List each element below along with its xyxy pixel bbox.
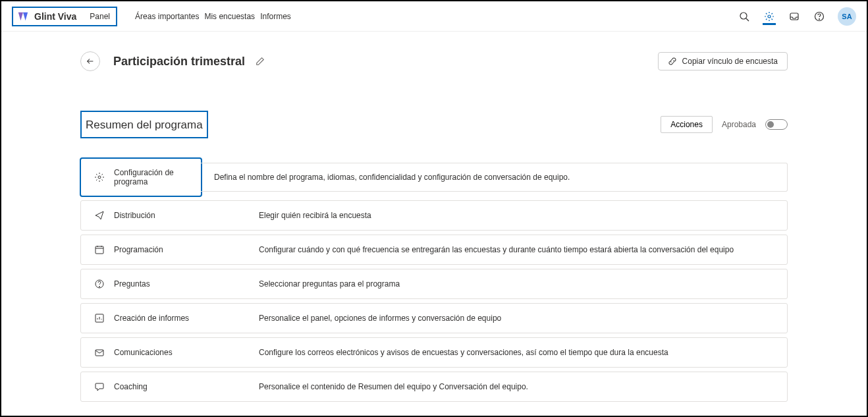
- mail-icon: [94, 347, 105, 358]
- content: Participación trimestral Copiar vínculo …: [1, 32, 867, 415]
- brand-text: Glint Viva: [34, 11, 76, 22]
- card-questions[interactable]: Preguntas Seleccionar preguntas para el …: [80, 269, 788, 299]
- card-label: Programación: [114, 245, 259, 254]
- summary-header: Resumen del programa Acciones Aprobada: [80, 111, 788, 138]
- card-communications[interactable]: Comunicaciones Configure los correos ele…: [80, 337, 788, 368]
- gear-icon: [94, 172, 105, 182]
- svg-point-8: [98, 176, 101, 179]
- edit-icon[interactable]: [256, 57, 265, 66]
- svg-line-3: [746, 18, 749, 21]
- nav-panel[interactable]: Panel: [90, 12, 110, 21]
- inbox-icon[interactable]: [788, 10, 801, 23]
- link-icon: [668, 57, 677, 66]
- card-distribution[interactable]: Distribución Elegir quién recibirá la en…: [80, 200, 788, 231]
- summary-actions: Acciones Aprobada: [661, 116, 788, 133]
- card-config-highlight[interactable]: Configuración de programa: [80, 158, 202, 196]
- card-coaching[interactable]: Coaching Personalice el contenido de Res…: [80, 372, 788, 402]
- card-config-desc[interactable]: Defina el nombre del programa, idiomas, …: [201, 163, 788, 192]
- card-label: Comunicaciones: [114, 348, 259, 357]
- card-label: Coaching: [114, 382, 259, 391]
- page-header: Participación trimestral Copiar vínculo …: [80, 51, 788, 71]
- summary-title: Resumen del programa: [86, 119, 203, 131]
- card-row-config: Configuración de programa Defina el nomb…: [80, 158, 788, 196]
- nav-reports[interactable]: Informes: [260, 12, 291, 21]
- svg-point-7: [819, 18, 820, 19]
- svg-point-4: [768, 15, 771, 18]
- card-desc: Configurar cuándo y con qué frecuencia s…: [259, 245, 734, 254]
- summary-title-highlight: Resumen del programa: [80, 111, 208, 138]
- card-label: Configuración de programa: [114, 168, 188, 186]
- card-schedule[interactable]: Programación Configurar cuándo y con qué…: [80, 235, 788, 265]
- card-desc: Personalice el contenido de Resumen del …: [259, 382, 528, 391]
- calendar-icon: [94, 244, 105, 255]
- chat-icon: [94, 381, 105, 392]
- viva-logo-icon: [17, 11, 29, 22]
- copy-link-label: Copiar vínculo de encuesta: [682, 57, 778, 66]
- send-icon: [94, 210, 105, 221]
- question-icon: [94, 279, 105, 289]
- search-icon[interactable]: [738, 10, 751, 23]
- card-label: Distribución: [114, 211, 259, 220]
- approved-toggle[interactable]: [765, 119, 788, 130]
- card-desc: Elegir quién recibirá la encuesta: [259, 211, 371, 220]
- card-desc: Configure los correos electrónicos y avi…: [259, 348, 668, 357]
- avatar[interactable]: SA: [838, 7, 856, 26]
- page-title: Participación trimestral: [113, 55, 245, 69]
- svg-marker-1: [23, 12, 28, 20]
- card-label: Preguntas: [114, 279, 259, 289]
- card-desc: Defina el nombre del programa, idiomas, …: [214, 173, 570, 182]
- card-desc: Personalice el panel, opciones de inform…: [259, 314, 501, 323]
- top-bar: Glint Viva Panel Áreas importantes Mis e…: [1, 1, 867, 32]
- svg-point-2: [740, 13, 747, 19]
- top-actions: SA: [738, 7, 856, 26]
- approved-label: Aprobada: [722, 120, 756, 129]
- nav-surveys[interactable]: Mis encuestas: [204, 12, 255, 21]
- card-desc: Seleccionar preguntas para el programa: [259, 279, 400, 289]
- actions-button[interactable]: Acciones: [661, 116, 713, 133]
- chart-icon: [94, 313, 105, 323]
- svg-point-11: [99, 287, 100, 287]
- back-button[interactable]: [80, 51, 100, 71]
- svg-marker-0: [18, 12, 23, 20]
- nav-areas[interactable]: Áreas importantes: [135, 12, 199, 21]
- cards: Configuración de programa Defina el nomb…: [80, 158, 788, 402]
- gear-icon[interactable]: [763, 12, 776, 25]
- svg-rect-9: [95, 246, 103, 254]
- copy-link-button[interactable]: Copiar vínculo de encuesta: [658, 52, 788, 70]
- help-icon[interactable]: [813, 10, 826, 23]
- nav-links: Panel Áreas importantes Mis encuestas In…: [90, 12, 290, 21]
- card-label: Creación de informes: [114, 314, 259, 323]
- card-reports[interactable]: Creación de informes Personalice el pane…: [80, 303, 788, 333]
